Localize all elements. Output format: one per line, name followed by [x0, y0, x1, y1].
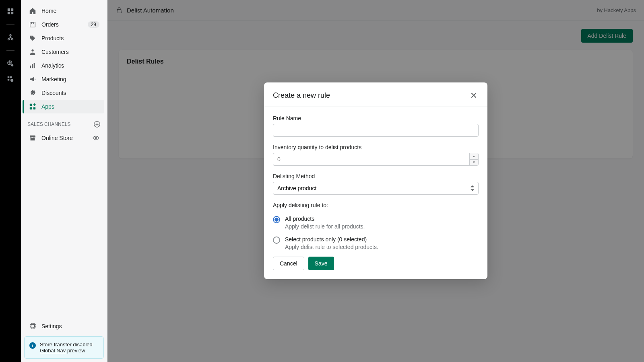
radio-label: All products — [285, 216, 479, 222]
radio-indicator — [273, 216, 280, 223]
sidebar-item-home[interactable]: Home — [24, 4, 104, 18]
orders-badge: 29 — [88, 21, 99, 28]
apply-label: Apply delisting rule to: — [273, 202, 479, 208]
sidebar-item-settings[interactable]: Settings — [24, 319, 104, 333]
sidebar-item-label: Marketing — [41, 76, 66, 82]
sidebar-item-products[interactable]: Products — [24, 31, 104, 45]
radio-label: Select products only (0 selected) — [285, 236, 479, 243]
rule-name-label: Rule Name — [273, 115, 479, 121]
sidebar-item-label: Settings — [41, 323, 62, 329]
modal-overlay[interactable]: Create a new rule Rule Name Inventory qu… — [107, 0, 644, 362]
sidebar-item-label: Analytics — [41, 62, 64, 69]
info-text: Store transfer disabled Global Nav previ… — [40, 341, 93, 354]
close-icon[interactable] — [469, 90, 479, 100]
svg-point-4 — [10, 35, 11, 36]
svg-rect-1 — [11, 8, 13, 11]
qty-step-down[interactable]: ▼ — [470, 160, 478, 166]
info-icon: i — [29, 342, 36, 349]
sidebar-item-label: Apps — [41, 103, 54, 110]
add-channel-icon[interactable] — [93, 121, 101, 128]
svg-point-12 — [10, 79, 13, 82]
sidebar-item-label: Products — [41, 35, 64, 41]
svg-point-14 — [31, 49, 33, 51]
sidebar-item-orders[interactable]: Orders 29 — [24, 18, 104, 31]
modal-title: Create a new rule — [273, 91, 330, 100]
megaphone-icon — [29, 75, 37, 83]
sidebar-item-customers[interactable]: Customers — [24, 45, 104, 59]
eye-icon[interactable] — [92, 134, 99, 142]
save-button[interactable]: Save — [308, 257, 334, 270]
info-card: i Store transfer disabled Global Nav pre… — [24, 336, 104, 359]
sidebar-section-channels: SALES CHANNELS — [21, 113, 107, 131]
sidebar-item-label: Orders — [41, 21, 59, 28]
sidebar-item-label: Home — [41, 8, 56, 14]
svg-rect-17 — [34, 63, 35, 68]
svg-rect-3 — [11, 12, 13, 14]
main: Delist Automation by Hackety Apps Add De… — [107, 0, 644, 362]
svg-rect-15 — [30, 66, 31, 68]
analytics-icon — [29, 62, 37, 70]
svg-rect-16 — [32, 64, 33, 68]
qty-step-up[interactable]: ▲ — [470, 153, 478, 160]
store-icon — [29, 134, 37, 142]
section-label: SALES CHANNELS — [27, 121, 70, 127]
svg-rect-18 — [30, 104, 32, 106]
sidebar-item-apps[interactable]: Apps — [23, 100, 104, 113]
orders-icon — [29, 21, 37, 29]
svg-rect-9 — [8, 76, 10, 78]
qty-label: Inventory quantity to delist products — [273, 144, 479, 150]
sidebar-item-label: Customers — [41, 49, 69, 55]
sidebar: Home Orders 29 Products Customers Analyt… — [21, 0, 107, 362]
radio-all-products[interactable]: All products Apply delist rule for all p… — [273, 216, 479, 230]
svg-point-8 — [11, 64, 13, 66]
svg-rect-10 — [10, 76, 12, 78]
radio-indicator — [273, 237, 280, 244]
global-nav-link[interactable]: Global Nav — [40, 348, 66, 354]
sidebar-item-discounts[interactable]: Discounts — [24, 86, 104, 100]
sidebar-item-marketing[interactable]: Marketing — [24, 72, 104, 86]
rail-branch-icon[interactable] — [6, 33, 14, 41]
sidebar-item-label: Discounts — [41, 90, 66, 96]
method-label: Delisting Method — [273, 173, 479, 179]
rail-dashboard-icon[interactable] — [6, 7, 14, 15]
rail-apps-gear-icon[interactable] — [6, 75, 14, 83]
method-select[interactable] — [273, 182, 479, 195]
discount-icon — [29, 89, 37, 97]
gear-icon — [29, 322, 37, 330]
radio-select-products[interactable]: Select products only (0 selected) Apply … — [273, 236, 479, 250]
radio-desc: Apply delist rule for all products. — [285, 223, 479, 230]
rail-globe-gear-icon[interactable] — [6, 60, 14, 68]
svg-rect-2 — [8, 12, 10, 14]
rail-divider — [6, 50, 14, 51]
left-rail — [0, 0, 21, 362]
svg-point-5 — [8, 39, 10, 40]
sidebar-item-online-store[interactable]: Online Store — [24, 131, 104, 145]
cancel-button[interactable]: Cancel — [273, 257, 304, 270]
svg-rect-20 — [33, 107, 35, 109]
sidebar-item-analytics[interactable]: Analytics — [24, 59, 104, 72]
qty-input[interactable] — [273, 153, 479, 166]
apps-icon — [29, 103, 37, 111]
tag-icon — [29, 34, 37, 42]
home-icon — [29, 7, 37, 15]
rule-name-input[interactable] — [273, 124, 479, 137]
svg-point-6 — [12, 39, 13, 40]
rail-divider — [6, 24, 14, 25]
sidebar-item-label: Online Store — [41, 135, 73, 141]
svg-rect-0 — [8, 8, 10, 11]
svg-rect-11 — [8, 79, 10, 81]
create-rule-modal: Create a new rule Rule Name Inventory qu… — [264, 82, 487, 279]
person-icon — [29, 48, 37, 56]
svg-rect-19 — [30, 107, 32, 109]
svg-point-22 — [95, 137, 97, 139]
radio-desc: Apply delist rule to selected products. — [285, 244, 479, 250]
